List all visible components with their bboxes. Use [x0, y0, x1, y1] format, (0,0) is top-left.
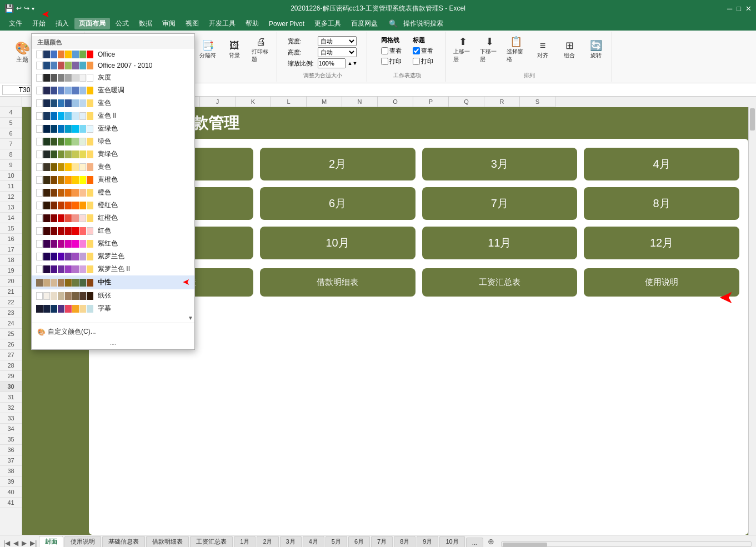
background-btn[interactable]: 🖼 背景	[222, 38, 247, 61]
theme-orange-red[interactable]: 橙红色	[32, 199, 194, 212]
undo-icon[interactable]: ↩	[16, 4, 22, 12]
tab-jan[interactable]: 1月	[234, 536, 256, 547]
scale-input[interactable]	[318, 58, 346, 68]
rotate-btn[interactable]: 🔄 旋转	[584, 38, 608, 61]
theme-blue[interactable]: 蓝色	[32, 97, 194, 109]
h-scrollbar[interactable]	[501, 541, 752, 547]
theme-blue-warm[interactable]: 蓝色暖调	[32, 84, 194, 97]
month-4-btn[interactable]: 4月	[584, 148, 739, 180]
menu-power-pivot[interactable]: Power Pivot	[264, 19, 309, 29]
theme-caption[interactable]: 字幕	[32, 302, 194, 315]
width-select[interactable]: 自动	[318, 36, 357, 46]
theme-violet[interactable]: 紫罗兰色	[32, 250, 194, 263]
close-btn[interactable]: ✕	[745, 4, 752, 13]
month-8-btn[interactable]: 8月	[584, 187, 739, 220]
theme-office-2007[interactable]: Office 2007 - 2010	[32, 60, 194, 71]
month-12-btn[interactable]: 12月	[584, 227, 739, 259]
tab-apr[interactable]: 4月	[303, 536, 324, 547]
redo-icon[interactable]: ↪	[24, 4, 29, 12]
h-scrollbar-thumb[interactable]	[503, 543, 547, 547]
menu-baidu[interactable]: 百度网盘	[347, 18, 382, 29]
maximize-btn[interactable]: □	[737, 4, 741, 13]
bring-forward-btn[interactable]: ⬆ 上移一层	[450, 34, 475, 65]
theme-yellow[interactable]: 黄色	[32, 160, 194, 173]
headings-view-checkbox[interactable]	[413, 47, 420, 54]
theme-green[interactable]: 绿色	[32, 135, 194, 148]
height-select[interactable]: 自动	[318, 47, 357, 57]
theme-teal[interactable]: 蓝绿色	[32, 122, 194, 135]
tab-more[interactable]: ...	[466, 538, 483, 547]
tab-mar[interactable]: 3月	[280, 536, 302, 547]
theme-orange[interactable]: 橙色	[32, 186, 194, 199]
tab-instructions[interactable]: 使用说明	[64, 536, 101, 547]
theme-office[interactable]: Office	[32, 49, 194, 60]
menu-file[interactable]: 文件	[4, 18, 27, 29]
group-btn[interactable]: ⊞ 组合	[557, 38, 582, 61]
tab-nav-prev[interactable]: ◀	[12, 539, 19, 547]
color-theme-dropdown[interactable]: 主题颜色 Office Office 2007 - 2010	[31, 33, 195, 350]
tab-nav-first[interactable]: |◀	[2, 539, 11, 547]
menu-dev[interactable]: 开发工具	[204, 18, 240, 29]
headings-print-checkbox[interactable]	[413, 58, 420, 65]
tab-sep[interactable]: 9月	[417, 536, 438, 547]
month-3-btn[interactable]: 3月	[422, 148, 578, 180]
gridlines-print-checkbox[interactable]	[381, 58, 388, 65]
month-7-btn[interactable]: 7月	[422, 187, 578, 220]
vertical-scrollbar[interactable]	[748, 107, 756, 535]
menu-insert[interactable]: 插入	[51, 18, 73, 29]
dropdown-section-title: 主题颜色	[32, 36, 194, 49]
tab-nav-next[interactable]: ▶	[21, 539, 28, 547]
tab-nav-last[interactable]: ▶|	[29, 539, 38, 547]
customize-icon[interactable]: ▾	[32, 6, 34, 12]
scrollbar-thumb[interactable]	[750, 108, 755, 131]
tab-oct[interactable]: 10月	[439, 536, 464, 547]
gridlines-view-checkbox[interactable]	[381, 47, 388, 54]
tab-salary-summary[interactable]: 工资汇总表	[190, 536, 233, 547]
month-6-btn[interactable]: 6月	[260, 187, 415, 220]
selection-pane-btn[interactable]: 📋 选择窗格	[504, 34, 528, 65]
minimize-btn[interactable]: ─	[727, 4, 732, 13]
theme-purple-red[interactable]: 紫红色	[32, 237, 194, 250]
align-btn[interactable]: ≡ 对齐	[530, 38, 555, 61]
menu-formula[interactable]: 公式	[111, 18, 133, 29]
custom-color-option[interactable]: 🎨 自定义颜色(C)...	[32, 325, 194, 339]
tab-basic-info[interactable]: 基础信息表	[102, 536, 145, 547]
tab-may[interactable]: 5月	[326, 536, 347, 547]
tab-loan-detail[interactable]: 借款明细表	[146, 536, 189, 547]
menu-review[interactable]: 审阅	[158, 18, 180, 29]
theme-red-orange[interactable]: 红橙色	[32, 212, 194, 224]
scale-spinner[interactable]: ▲▼	[348, 61, 358, 66]
print-titles-btn[interactable]: 🖨 打印标题	[249, 34, 273, 65]
theme-yellow-green[interactable]: 黄绿色	[32, 148, 194, 160]
instructions-btn[interactable]: 使用说明	[584, 268, 739, 297]
theme-red[interactable]: 红色	[32, 224, 194, 237]
theme-violet2[interactable]: 紫罗兰色 II	[32, 263, 194, 275]
menu-search[interactable]: 操作说明搜索	[399, 18, 448, 29]
menu-help[interactable]: 帮助	[241, 18, 263, 29]
menu-more-tools[interactable]: 更多工具	[310, 18, 346, 29]
month-10-btn[interactable]: 10月	[260, 227, 415, 259]
tab-cover[interactable]: 封面	[39, 536, 63, 547]
tab-jun[interactable]: 6月	[348, 536, 370, 547]
menu-view[interactable]: 视图	[181, 18, 203, 29]
menu-page-layout[interactable]: 页面布局	[74, 18, 110, 29]
month-11-btn[interactable]: 11月	[422, 227, 578, 259]
tab-jul[interactable]: 7月	[371, 536, 393, 547]
salary-summary-btn[interactable]: 工资汇总表	[422, 268, 578, 297]
theme-paper[interactable]: 纸张	[32, 289, 194, 302]
row-10: 10	[0, 170, 22, 181]
save-icon[interactable]: 💾	[4, 4, 14, 13]
theme-blue2[interactable]: 蓝色 II	[32, 109, 194, 122]
dropdown-scroll-down[interactable]: ▼	[188, 315, 193, 321]
send-backward-btn[interactable]: ⬇ 下移一层	[477, 34, 502, 65]
month-2-btn[interactable]: 2月	[260, 148, 415, 180]
add-sheet-btn[interactable]: ⊕	[484, 536, 498, 547]
theme-neutral[interactable]: 中性 ➤	[32, 275, 194, 289]
tab-aug[interactable]: 8月	[394, 536, 415, 547]
breaks-btn[interactable]: 📑 分隔符	[196, 38, 220, 61]
theme-yellow-orange[interactable]: 黄橙色	[32, 173, 194, 186]
tab-feb[interactable]: 2月	[257, 536, 278, 547]
theme-grayscale[interactable]: 灰度	[32, 71, 194, 84]
loan-detail-btn[interactable]: 借款明细表	[260, 268, 415, 297]
menu-data[interactable]: 数据	[134, 18, 157, 29]
